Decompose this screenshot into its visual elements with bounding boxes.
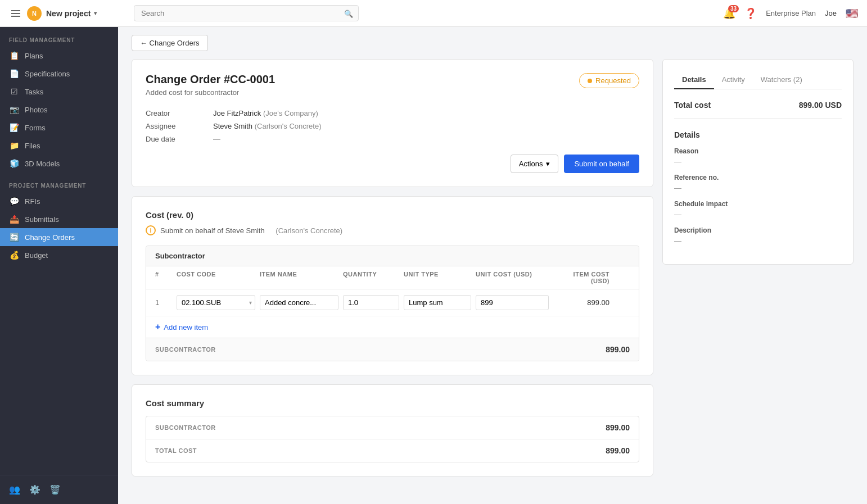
reference-no-label: Reference no. [674, 174, 842, 181]
item-name-input[interactable] [260, 295, 338, 310]
submit-behalf-button[interactable]: Submit on behalf [564, 155, 639, 173]
col-item-name: ITEM NAME [260, 271, 338, 284]
summary-total-row: TOTAL COST 899.00 [146, 439, 639, 462]
team-icon[interactable]: 👥 [9, 484, 20, 495]
project-avatar: N [27, 6, 42, 21]
subcontractor-table-header: Subcontractor [146, 246, 639, 266]
col-headers: # COST CODE ITEM NAME QUANTITY UNIT TYPE… [146, 266, 639, 289]
item-cost-value: 899.00 [553, 298, 609, 307]
add-new-item-button[interactable]: + Add new item [146, 316, 639, 338]
search-input[interactable] [134, 5, 359, 21]
assignee-row: Assignee Steve Smith (Carlson's Concrete… [146, 120, 322, 133]
sidebar-item-3d-models[interactable]: 🧊 3D Models [0, 155, 118, 172]
creator-value: Joe FitzPatrick (Joe's Company) [213, 107, 322, 120]
settings-icon[interactable]: ⚙️ [29, 484, 40, 495]
status-badge: Requested [579, 73, 639, 88]
actions-button[interactable]: Actions ▾ [511, 155, 559, 173]
reason-value: — [674, 157, 842, 166]
sidebar-item-budget[interactable]: 💰 Budget [0, 246, 118, 264]
back-to-change-orders-button[interactable]: ← Change Orders [132, 35, 208, 51]
submittals-icon: 📤 [9, 215, 19, 224]
tab-details[interactable]: Details [674, 71, 714, 89]
photos-icon: 📷 [9, 105, 19, 114]
forms-icon: 📝 [9, 123, 19, 132]
subcontractor-table: Subcontractor # COST CODE ITEM NAME QUAN… [146, 246, 639, 361]
search-icon: 🔍 [344, 9, 353, 17]
actions-chevron-icon: ▾ [546, 160, 550, 168]
subcontractor-subtotal-label: SUBCONTRACTOR [155, 346, 216, 353]
sidebar-item-specifications[interactable]: 📄 Specifications [0, 65, 118, 83]
info-notice: i Submit on behalf of Steve Smith (Carls… [146, 220, 639, 241]
notice-text: Submit on behalf of Steve Smith [160, 226, 265, 235]
trash-icon[interactable]: 🗑️ [49, 484, 61, 495]
cost-revision: (rev. 0) [166, 210, 193, 220]
app-body: Field Management 📋 Plans 📄 Specification… [0, 27, 867, 504]
co-action-buttons: Actions ▾ Submit on behalf [146, 155, 639, 173]
sidebar: Field Management 📋 Plans 📄 Specification… [0, 27, 118, 504]
right-panel: Details Activity Watchers (2) Total cost… [662, 59, 854, 265]
summary-subcontractor-label: SUBCONTRACTOR [155, 424, 216, 431]
sidebar-item-change-orders[interactable]: 🔄 Change Orders [0, 228, 118, 246]
field-management-label: Field Management [0, 27, 118, 47]
details-section-title: Details [674, 130, 842, 139]
project-name[interactable]: New project ▾ [46, 9, 97, 18]
unit-cost-input[interactable] [476, 295, 549, 310]
creator-row: Creator Joe FitzPatrick (Joe's Company) [146, 107, 322, 120]
summary-subcontractor-row: SUBCONTRACTOR 899.00 [146, 416, 639, 439]
language-flag[interactable]: 🇺🇸 [846, 7, 858, 20]
budget-icon: 💰 [9, 251, 19, 260]
reference-no-value: — [674, 184, 842, 192]
row-num: 1 [155, 298, 172, 307]
right-tabs: Details Activity Watchers (2) [674, 71, 842, 89]
cost-code-select[interactable]: 02.100.SUB [177, 295, 255, 310]
sidebar-item-submittals[interactable]: 📤 Submittals [0, 210, 118, 228]
assignee-value: Steve Smith (Carlson's Concrete) [213, 120, 322, 133]
sidebar-item-forms[interactable]: 📝 Forms [0, 119, 118, 137]
col-unit-type: UNIT TYPE [404, 271, 471, 284]
cost-card: Cost (rev. 0) i Submit on behalf of Stev… [132, 196, 653, 375]
col-item-cost: ITEM COST (USD) [553, 271, 609, 284]
unit-type-input[interactable] [404, 295, 471, 310]
sidebar-footer: 👥 ⚙️ 🗑️ [0, 475, 118, 504]
co-title-section: Change Order #CC-0001 Added cost for sub… [146, 73, 275, 97]
center-panel: Change Order #CC-0001 Added cost for sub… [132, 59, 653, 491]
hamburger-menu[interactable] [9, 8, 22, 19]
total-cost-row: Total cost 899.00 USD [674, 101, 842, 119]
sidebar-item-files[interactable]: 📁 Files [0, 137, 118, 155]
assignee-label: Assignee [146, 120, 213, 133]
assignee-company: (Carlson's Concrete) [255, 122, 322, 130]
search-bar: 🔍 [134, 5, 359, 21]
sidebar-item-plans[interactable]: 📋 Plans [0, 47, 118, 65]
quantity-input[interactable] [343, 295, 399, 310]
change-order-title: Change Order #CC-0001 [146, 73, 275, 86]
description-field: Description — [674, 226, 842, 245]
tab-watchers[interactable]: Watchers (2) [753, 71, 810, 89]
table-row: 1 02.100.SUB ▾ 899.00 [146, 289, 639, 316]
co-meta-section: Creator Joe FitzPatrick (Joe's Company) … [146, 107, 639, 146]
status-label: Requested [595, 76, 631, 85]
content-area: Change Order #CC-0001 Added cost for sub… [118, 59, 867, 504]
actions-label: Actions [519, 160, 543, 168]
co-meta-table: Creator Joe FitzPatrick (Joe's Company) … [146, 107, 322, 146]
sidebar-item-photos[interactable]: 📷 Photos [0, 101, 118, 119]
due-date-label: Due date [146, 133, 213, 146]
cost-summary-title: Cost summary [146, 398, 639, 408]
project-chevron-icon: ▾ [94, 10, 97, 16]
change-order-subtitle: Added cost for subcontractor [146, 88, 275, 97]
rfis-icon: 💬 [9, 197, 19, 206]
cost-title: Cost [146, 210, 164, 220]
help-button[interactable]: ❓ [744, 7, 757, 20]
plus-icon: + [155, 322, 160, 332]
main-content: ← Change Orders Change Order #CC-0001 Ad… [118, 27, 867, 504]
sidebar-item-rfis[interactable]: 💬 RFIs [0, 192, 118, 210]
sidebar-item-tasks[interactable]: ☑ Tasks [0, 83, 118, 101]
creator-company: (Joe's Company) [263, 109, 318, 117]
summary-total-label: TOTAL COST [155, 447, 197, 454]
summary-total-value: 899.00 [606, 446, 630, 455]
tab-activity[interactable]: Activity [714, 71, 753, 89]
notifications-button[interactable]: 🔔 33 [723, 7, 735, 20]
col-unit-cost: UNIT COST (USD) [476, 271, 549, 284]
user-menu[interactable]: Joe [825, 9, 837, 17]
notification-count: 33 [728, 5, 739, 12]
subcontractor-subtotal-value: 899.00 [606, 345, 630, 354]
